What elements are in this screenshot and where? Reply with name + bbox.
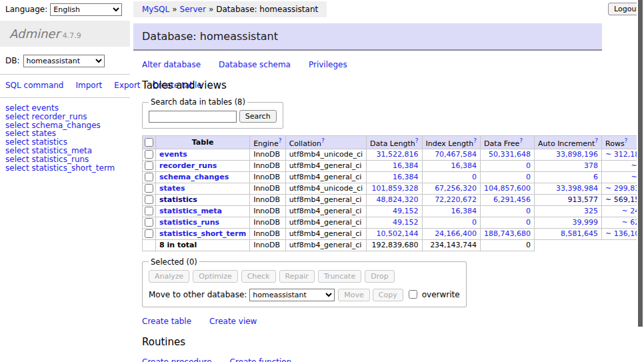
row-checkbox-states[interactable] — [145, 184, 153, 193]
table-link-schema-changes[interactable]: schema_changes — [159, 173, 229, 181]
data-length-link[interactable]: 10,502,144 — [377, 229, 419, 238]
move-db-select[interactable]: homeassistant — [249, 289, 335, 301]
row-checkbox-events[interactable] — [145, 150, 153, 159]
index-length-cell: 67,256,320 — [422, 183, 481, 194]
select-all-checkbox[interactable] — [145, 138, 153, 147]
index-length-link[interactable]: 16,384 — [451, 207, 477, 215]
column-help-link[interactable]: ? — [625, 137, 628, 144]
help-superscript: ? — [595, 137, 598, 144]
link-alter-database[interactable]: Alter database — [142, 60, 201, 69]
link-create-table[interactable]: Create table — [142, 317, 191, 326]
column-help-link[interactable]: ? — [519, 137, 523, 144]
search-button[interactable]: Search — [239, 110, 277, 123]
sidebar-actions: SQL commandImportExportCreate table — [0, 75, 130, 91]
row-checkbox-recorder-runs[interactable] — [145, 161, 153, 170]
drop-button[interactable]: Drop — [365, 270, 394, 283]
link-create-view[interactable]: Create view — [209, 317, 257, 326]
data-free-link[interactable]: 0 — [526, 161, 531, 170]
auto-increment-link[interactable]: 8,581,645 — [561, 229, 598, 238]
search-legend: Search data in tables (8) — [149, 97, 247, 107]
db-select[interactable]: homeassistant — [23, 55, 105, 67]
column-help-link[interactable]: ? — [473, 137, 477, 144]
sidebar-link-import[interactable]: Import — [75, 81, 102, 90]
breadcrumb-link-server[interactable]: Server — [180, 5, 206, 14]
data-length-link[interactable]: 16,384 — [393, 161, 419, 170]
index-length-link[interactable]: 67,256,320 — [435, 184, 477, 193]
sidebar-select-statistics-short-term[interactable]: select statistics_short_term — [5, 164, 125, 173]
table-link-statistics-short-term[interactable]: statistics_short_term — [159, 229, 246, 238]
column-help-link[interactable]: ? — [321, 137, 325, 144]
data-length-link[interactable]: 49,152 — [393, 218, 419, 227]
help-superscript: ? — [321, 137, 325, 144]
auto-increment-link[interactable]: 6 — [593, 173, 598, 181]
optimize-button[interactable]: Optimize — [193, 270, 237, 283]
routine-links: Create procedureCreate function — [142, 357, 602, 362]
auto-increment-link[interactable]: 378 — [584, 161, 598, 170]
row-checkbox-statistics-short-term[interactable] — [145, 229, 153, 238]
scrollbar-track[interactable] — [637, 0, 644, 362]
row-checkbox-statistics-runs[interactable] — [145, 218, 153, 227]
column-help-link[interactable]: ? — [415, 137, 419, 144]
row-checkbox-statistics-meta[interactable] — [145, 207, 153, 215]
engine-cell: InnoDB — [250, 171, 285, 183]
column-help-link[interactable]: ? — [595, 137, 598, 144]
index-length-link[interactable]: 16,384 — [451, 161, 477, 170]
data-free-link[interactable]: 6,291,456 — [493, 195, 531, 204]
data-free-link[interactable]: 0 — [526, 173, 531, 181]
data-length-link[interactable]: 48,824,320 — [377, 195, 419, 204]
table-link-statistics-runs[interactable]: statistics_runs — [159, 218, 219, 227]
row-checkbox-schema-changes[interactable] — [145, 173, 153, 181]
link-database-schema[interactable]: Database schema — [219, 60, 291, 69]
auto-increment-link[interactable]: 33,898,196 — [556, 150, 598, 159]
scrollbar-thumb[interactable] — [638, 0, 643, 327]
data-length-link[interactable]: 16,384 — [393, 173, 419, 181]
move-button[interactable]: Move — [338, 289, 370, 301]
sidebar-link-sql-command[interactable]: SQL command — [5, 81, 63, 90]
index-length-link[interactable]: 24,166,400 — [435, 229, 477, 238]
auto-increment-link[interactable]: 33,398,984 — [556, 184, 598, 193]
index-length-link[interactable]: 0 — [472, 173, 477, 181]
table-link-statistics[interactable]: statistics — [159, 195, 197, 204]
search-input[interactable] — [149, 111, 237, 123]
sidebar-select-statistics-runs[interactable]: select statistics_runs — [5, 155, 125, 164]
copy-button[interactable]: Copy — [373, 289, 403, 301]
column-help-link[interactable]: ? — [279, 137, 282, 144]
link-create-procedure[interactable]: Create procedure — [142, 357, 212, 362]
analyze-button[interactable]: Analyze — [149, 270, 189, 283]
check-button[interactable]: Check — [241, 270, 276, 283]
data-free-link[interactable]: 0 — [526, 207, 531, 215]
selected-legend: Selected (0) — [149, 257, 199, 267]
column-header-label: Data Free — [484, 139, 519, 148]
link-privileges[interactable]: Privileges — [309, 60, 347, 69]
index-length-link[interactable]: 70,467,584 — [435, 150, 477, 159]
data-free-link[interactable]: 188,743,680 — [484, 229, 531, 238]
sidebar-select-events[interactable]: select events — [5, 104, 125, 113]
data-free-link[interactable]: 50,331,648 — [489, 150, 531, 159]
repair-button[interactable]: Repair — [279, 270, 315, 283]
auto-increment-link[interactable]: 39,999 — [573, 218, 599, 227]
link-create-function[interactable]: Create function — [230, 357, 292, 362]
sidebar-select-recorder-runs[interactable]: select recorder_runs — [5, 113, 125, 121]
row-checkbox-statistics[interactable] — [145, 195, 153, 204]
language-select[interactable]: English — [50, 3, 122, 16]
table-link-states[interactable]: states — [159, 184, 185, 193]
table-link-events[interactable]: events — [159, 150, 187, 159]
data-length-link[interactable]: 101,859,328 — [372, 184, 419, 193]
table-link-recorder-runs[interactable]: recorder_runs — [159, 161, 217, 170]
index-length-link[interactable]: 72,220,672 — [435, 195, 477, 204]
help-superscript: ? — [519, 137, 523, 144]
index-length-link[interactable]: 0 — [472, 218, 477, 227]
data-length-link[interactable]: 49,152 — [393, 207, 419, 215]
auto-increment-link[interactable]: 325 — [584, 207, 598, 215]
breadcrumb-link-mysql[interactable]: MySQL — [142, 5, 169, 14]
engine-cell: InnoDB — [250, 194, 285, 205]
data-free-link[interactable]: 0 — [526, 218, 531, 227]
truncate-button[interactable]: Truncate — [318, 270, 361, 283]
select-all-header-cell — [143, 136, 156, 149]
data-free-link[interactable]: 104,857,600 — [484, 184, 531, 193]
sidebar-select-statistics-meta[interactable]: select statistics_meta — [5, 147, 125, 155]
auto-increment-link[interactable]: 913,577 — [568, 195, 599, 204]
data-length-link[interactable]: 31,522,816 — [377, 150, 419, 159]
table-link-statistics-meta[interactable]: statistics_meta — [159, 207, 222, 215]
overwrite-checkbox[interactable] — [409, 290, 417, 299]
